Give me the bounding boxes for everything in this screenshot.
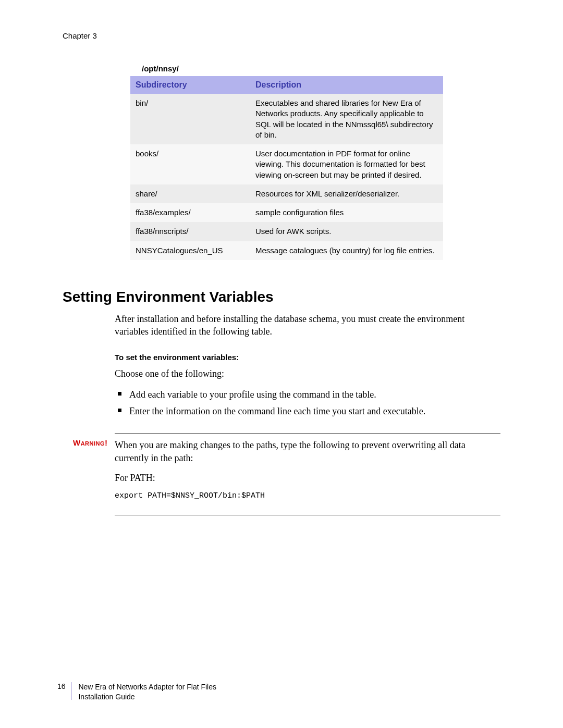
col-description: Description — [250, 76, 443, 94]
cell-subdir: share/ — [130, 184, 250, 203]
warning-p2: For PATH: — [115, 472, 500, 484]
table-caption: /opt/nnsy/ — [130, 61, 443, 76]
table-row: ffa38/nnscripts/ Used for AWK scripts. — [130, 222, 443, 241]
sub-heading: To set the environment variables: — [115, 352, 500, 363]
table-row: ffa38/examples/ sample configuration fil… — [130, 203, 443, 222]
page-number: 16 — [57, 682, 71, 700]
footer-text: New Era of Networks Adapter for Flat Fil… — [73, 682, 216, 702]
cell-desc: User documentation in PDF format for onl… — [250, 144, 443, 184]
bullet-list: Add each variable to your profile using … — [115, 388, 500, 418]
table-row: NNSYCatalogues/en_US Message catalogues … — [130, 241, 443, 260]
choose-line: Choose one of the following: — [115, 367, 500, 380]
warning-p1: When you are making changes to the paths… — [115, 439, 500, 464]
footer-line1: New Era of Networks Adapter for Flat Fil… — [78, 683, 216, 691]
body-text: After installation and before installing… — [115, 313, 500, 418]
col-subdirectory: Subdirectory — [130, 76, 250, 94]
cell-subdir: bin/ — [130, 94, 250, 144]
list-item: Enter the information on the command lin… — [129, 405, 500, 417]
list-item: Add each variable to your profile using … — [129, 388, 500, 401]
code-line: export PATH=$NNSY_ROOT/bin:$PATH — [115, 491, 500, 500]
cell-subdir: ffa38/examples/ — [130, 203, 250, 222]
directory-table: Subdirectory Description bin/ Executable… — [130, 76, 443, 260]
page-container: Chapter 3 /opt/nnsy/ Subdirectory Descri… — [0, 0, 563, 728]
section-heading: Setting Environment Variables — [63, 289, 500, 305]
table-row: books/ User documentation in PDF format … — [130, 144, 443, 184]
cell-subdir: books/ — [130, 144, 250, 184]
table-row: share/ Resources for XML serializer/dese… — [130, 184, 443, 203]
footer-line2: Installation Guide — [78, 693, 134, 701]
cell-subdir: ffa38/nnscripts/ — [130, 222, 250, 241]
chapter-label: Chapter 3 — [63, 31, 500, 40]
warning-block: Warning! When you are making changes to … — [63, 433, 500, 515]
intro-paragraph: After installation and before installing… — [115, 313, 500, 338]
cell-desc: Message catalogues (by country) for log … — [250, 241, 443, 260]
page-footer: 16 New Era of Networks Adapter for Flat … — [57, 682, 216, 702]
table-row: bin/ Executables and shared libraries fo… — [130, 94, 443, 144]
warning-content: When you are making changes to the paths… — [115, 433, 500, 515]
warning-label: Warning! — [73, 438, 108, 447]
cell-desc: sample configuration files — [250, 203, 443, 222]
cell-desc: Resources for XML serializer/deserialize… — [250, 184, 443, 203]
cell-desc: Executables and shared libraries for New… — [250, 94, 443, 144]
directory-table-wrap: /opt/nnsy/ Subdirectory Description bin/… — [130, 61, 443, 260]
cell-subdir: NNSYCatalogues/en_US — [130, 241, 250, 260]
cell-desc: Used for AWK scripts. — [250, 222, 443, 241]
